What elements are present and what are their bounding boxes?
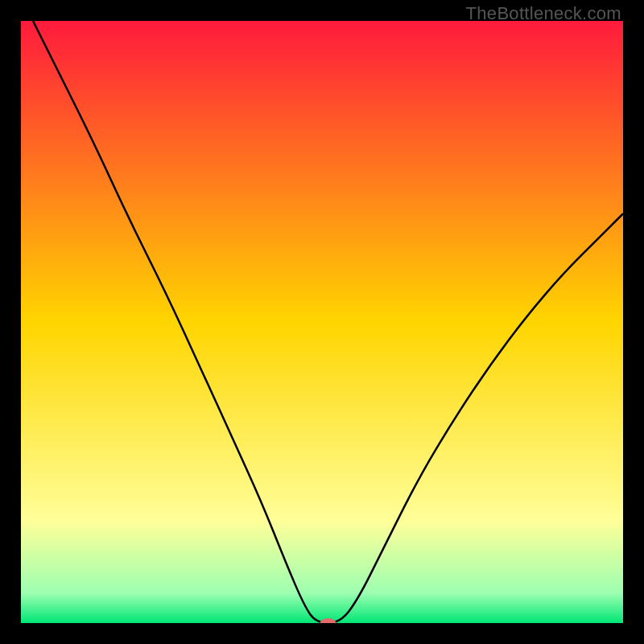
bottleneck-chart [21,21,623,623]
chart-svg [21,21,623,623]
gradient-background [21,21,623,623]
